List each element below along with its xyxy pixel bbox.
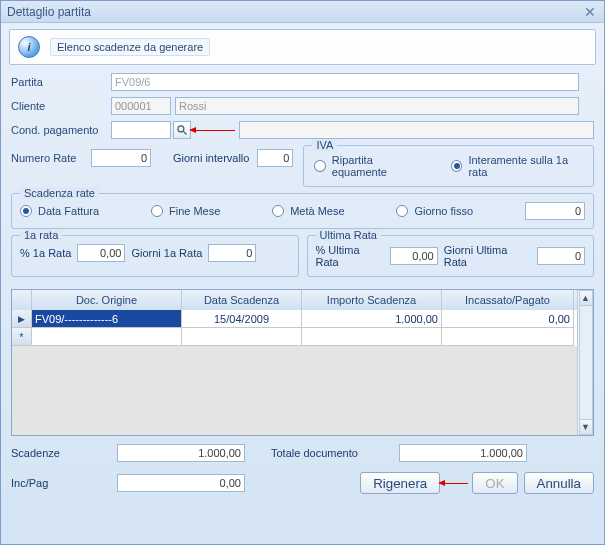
totdoc-label: Totale documento [271,447,381,459]
content: Partita Cliente Cond. pagamento Numero R… [1,69,604,498]
rataU-group-title: Ultima Rata [316,229,381,241]
close-icon[interactable]: ✕ [582,4,598,20]
scadenza-opt-fine-mese[interactable]: Fine Mese [151,205,220,217]
rataU-pct-label: % Ultima Rata [316,244,384,268]
cliente-label: Cliente [11,100,111,112]
totdoc-value [399,444,527,462]
window-title: Dettaglio partita [7,5,582,19]
annulla-button[interactable]: Annulla [524,472,594,494]
incpag-value [117,474,245,492]
ok-button[interactable]: OK [472,472,517,494]
partita-input[interactable] [111,73,579,91]
iva-opt-ripartita[interactable]: Ripartita equamente [314,154,425,178]
scadenza-rate-group-title: Scadenza rate [20,187,99,199]
grid-empty-area [12,346,593,435]
scadenza-opt-giorno-fisso[interactable]: Giorno fisso [396,205,473,217]
table-row[interactable]: ▶ FV09/-------------6 15/04/2009 1.000,0… [12,310,593,328]
rata1-giorni-input[interactable] [208,244,256,262]
info-text: Elenco scadenze da generare [50,38,210,56]
hint-arrow-icon [444,483,468,484]
rigenera-button[interactable]: Rigenera [360,472,440,494]
info-icon: i [16,34,42,60]
iva-group-title: IVA [312,139,337,151]
scadenze-label: Scadenze [11,447,99,459]
rataU-giorni-input[interactable] [537,247,585,265]
numero-rate-label: Numero Rate [11,152,83,164]
window: Dettaglio partita ✕ i Elenco scadenze da… [0,0,605,545]
cliente-name-input [175,97,579,115]
search-icon [176,124,188,136]
condpag-label: Cond. pagamento [11,124,111,136]
numero-rate-input[interactable] [91,149,151,167]
giorno-fisso-input[interactable] [525,202,585,220]
rata1-pct-label: % 1a Rata [20,247,71,259]
scadenze-value [117,444,245,462]
col-importo[interactable]: Importo Scadenza [302,290,442,310]
grid-header: Doc. Origine Data Scadenza Importo Scade… [12,290,593,310]
giorni-intervallo-input[interactable] [257,149,293,167]
scroll-up-icon[interactable]: ▲ [579,290,593,306]
scadenza-opt-data-fattura[interactable]: Data Fattura [20,205,99,217]
rata1-giorni-label: Giorni 1a Rata [131,247,202,259]
incpag-label: Inc/Pag [11,477,99,489]
scroll-track[interactable] [579,306,593,419]
giorni-intervallo-label: Giorni intervallo [173,152,249,164]
grid: Doc. Origine Data Scadenza Importo Scade… [11,289,594,436]
rata1-group-title: 1a rata [20,229,62,241]
titlebar: Dettaglio partita ✕ [1,1,604,23]
rataU-giorni-label: Giorni Ultima Rata [444,244,531,268]
condpag-input[interactable] [111,121,171,139]
scrollbar[interactable]: ▲ ▼ [577,290,593,435]
rataU-pct-input[interactable] [390,247,438,265]
hint-arrow-icon [195,130,235,131]
partita-label: Partita [11,76,111,88]
svg-point-0 [178,126,184,132]
svg-line-1 [184,132,187,135]
col-incassato[interactable]: Incassato/Pagato [442,290,574,310]
grid-rows: ▶ FV09/-------------6 15/04/2009 1.000,0… [12,310,593,346]
table-row[interactable]: * [12,328,593,346]
col-data[interactable]: Data Scadenza [182,290,302,310]
cliente-code-input [111,97,171,115]
iva-opt-interamente[interactable]: Interamente sulla 1a rata [451,154,583,178]
scroll-down-icon[interactable]: ▼ [579,419,593,435]
condpag-desc-input [239,121,594,139]
rata1-pct-input[interactable] [77,244,125,262]
scadenza-opt-meta-mese[interactable]: Metà Mese [272,205,344,217]
col-doc[interactable]: Doc. Origine [32,290,182,310]
info-strip: i Elenco scadenze da generare [9,29,596,65]
